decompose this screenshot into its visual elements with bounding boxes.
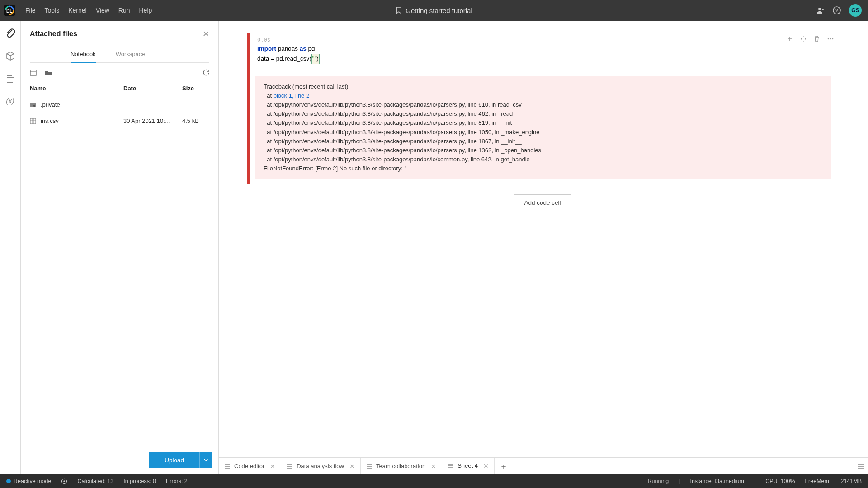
cell-more-icon[interactable] (827, 36, 834, 42)
svg-point-10 (832, 38, 834, 40)
csv-file-icon (30, 118, 36, 124)
status-cpu[interactable]: CPU: 100% (765, 478, 795, 484)
close-tab-icon[interactable]: ✕ (270, 463, 275, 470)
traceback-link[interactable]: block 1, line 2 (274, 92, 310, 99)
calendar-icon[interactable] (30, 69, 37, 76)
panel-tabs: Notebook Workspace (30, 47, 209, 63)
tool-package[interactable] (5, 51, 16, 61)
top-menubar: DL File Tools Kernel View Run Help Getti… (0, 0, 868, 21)
app-logo: DL (3, 4, 16, 17)
sheet-icon (287, 464, 293, 469)
sheet-icon (448, 463, 454, 469)
file-table-header: Name Date Size (24, 80, 216, 97)
file-name: .private (41, 101, 60, 108)
col-date[interactable]: Date (123, 85, 182, 92)
upload-control: Upload (149, 452, 212, 468)
close-tab-icon[interactable]: ✕ (349, 463, 355, 470)
status-calculated[interactable]: Calculated: 13 (77, 478, 113, 484)
svg-point-8 (828, 38, 829, 40)
status-inprocess[interactable]: In process: 0 (123, 478, 156, 484)
editor-area: 0.0s import pandas as pd data = pd.read_… (219, 21, 868, 474)
left-tool-strip: (x) (0, 21, 21, 474)
svg-point-6 (33, 104, 35, 106)
status-errors[interactable]: Errors: 2 (166, 478, 188, 484)
document-title: Getting started tutorial (396, 7, 472, 14)
cell-toolbar (787, 36, 834, 42)
sheet-icon (366, 464, 373, 469)
tab-overflow-icon[interactable] (853, 458, 868, 474)
status-freemem-value: 2141MB (840, 478, 862, 484)
status-gear[interactable] (61, 478, 67, 484)
svg-point-2 (818, 8, 821, 10)
user-add-icon[interactable] (816, 6, 825, 14)
cell-move-icon[interactable] (800, 36, 807, 42)
menu-view[interactable]: View (91, 7, 114, 14)
sheet-tab-label: Data analysis flow (297, 463, 344, 469)
upload-button[interactable]: Upload (149, 452, 199, 468)
svg-text:?: ? (835, 8, 839, 13)
svg-rect-7 (30, 118, 36, 124)
file-row-iris[interactable]: iris.csv 30 Apr 2021 10:… 4.5 kB (24, 113, 216, 129)
sheet-tab-label: Code editor (234, 463, 264, 469)
file-date: 30 Apr 2021 10:… (123, 117, 182, 124)
status-instance[interactable]: Instance: t3a.medium (690, 478, 744, 484)
panel-toolbar (21, 63, 218, 79)
menu-help[interactable]: Help (135, 7, 157, 14)
panel-tab-notebook[interactable]: Notebook (71, 47, 96, 63)
cell-exec-time: 0.0s (247, 33, 838, 44)
tool-outline[interactable] (5, 73, 16, 84)
sheet-tab-code-editor[interactable]: Code editor ✕ (219, 458, 281, 474)
cell-status-error-bar (247, 33, 250, 184)
chevron-down-icon (204, 459, 208, 462)
sheet-tab-team-collab[interactable]: Team collaboration ✕ (361, 458, 442, 474)
folder-icon[interactable] (45, 70, 52, 76)
close-tab-icon[interactable]: ✕ (431, 463, 436, 470)
status-bar: Reactive mode Calculated: 13 In process:… (0, 474, 868, 488)
menu-kernel[interactable]: Kernel (64, 7, 91, 14)
sheet-tab-sheet4[interactable]: Sheet 4 ✕ (442, 458, 495, 474)
menu-tools[interactable]: Tools (40, 7, 64, 14)
avatar[interactable]: GS (849, 4, 862, 17)
document-title-text: Getting started tutorial (406, 7, 472, 14)
svg-point-12 (64, 480, 66, 482)
cell-add-icon[interactable] (787, 36, 793, 42)
tool-attachments[interactable] (5, 28, 16, 39)
menu-file[interactable]: File (21, 7, 40, 14)
code-block[interactable]: import pandas as pd data = pd.read_csv("… (247, 44, 838, 70)
file-size: 4.5 kB (182, 117, 209, 124)
tool-variables[interactable]: (x) (5, 96, 16, 107)
status-mode[interactable]: Reactive mode (6, 478, 51, 484)
panel-title: Attached files (30, 30, 203, 38)
sheet-tabs: Code editor ✕ Data analysis flow ✕ Team … (219, 457, 868, 474)
refresh-icon[interactable] (203, 69, 209, 76)
folder-private-icon (30, 102, 36, 108)
col-name[interactable]: Name (30, 85, 123, 92)
status-freemem-label: FreeMem: (805, 478, 830, 484)
bookmark-icon (396, 7, 402, 14)
sheet-icon (224, 464, 231, 469)
upload-dropdown-button[interactable] (199, 452, 212, 468)
close-panel-button[interactable]: ✕ (203, 29, 209, 39)
panel-tab-workspace[interactable]: Workspace (116, 47, 145, 62)
code-cell[interactable]: 0.0s import pandas as pd data = pd.read_… (247, 33, 838, 184)
add-sheet-tab-button[interactable]: ＋ (495, 458, 513, 474)
add-code-cell-button[interactable]: Add code cell (514, 194, 571, 211)
svg-point-9 (830, 38, 831, 40)
sheet-tab-label: Sheet 4 (458, 462, 478, 469)
svg-rect-5 (30, 70, 36, 75)
svg-text:DL: DL (6, 9, 12, 14)
file-row-private[interactable]: .private (24, 97, 216, 113)
close-tab-icon[interactable]: ✕ (483, 462, 489, 469)
menu-run[interactable]: Run (114, 7, 135, 14)
attached-files-panel: Attached files ✕ Notebook Workspace Name… (21, 21, 219, 474)
help-icon[interactable]: ? (833, 6, 841, 14)
file-table: Name Date Size .private iris.csv 30 Apr … (21, 79, 218, 129)
cell-output-error: Traceback (most recent call last): at bl… (255, 76, 831, 179)
file-name: iris.csv (41, 117, 59, 124)
col-size[interactable]: Size (182, 85, 209, 92)
sheet-tab-label: Team collaboration (376, 463, 425, 469)
sheet-tab-data-analysis[interactable]: Data analysis flow ✕ (281, 458, 361, 474)
status-running[interactable]: Running (648, 478, 669, 484)
cell-delete-icon[interactable] (814, 36, 820, 42)
status-dot-icon (6, 479, 11, 483)
